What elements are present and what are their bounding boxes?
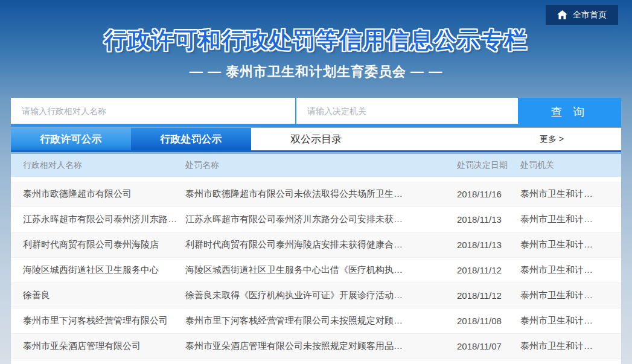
cell-date: 2018/11/07 [457,341,520,351]
tab-administrative-license[interactable]: 行政许可公示 [11,128,131,150]
tab-bar: 行政许可公示 行政处罚公示 双公示目录 更多 > [11,128,621,152]
cell-penalty[interactable]: 江苏永晖超市有限公司泰州济川东路分公司安排未获… [185,214,457,225]
table-row[interactable]: 泰州市亚朵酒店管理有限公司 泰州市亚朵酒店管理有限公司未按照规定对顾客用品… 2… [11,334,621,359]
cell-date: 2018/11/12 [457,265,520,275]
cell-date: 2018/11/13 [457,214,520,225]
page: 全市首页 行政许可和行政处罚等信用信息公示专栏 — — 泰州市卫生和计划生育委员… [0,0,632,364]
cell-party: 利群时代商贸有限公司泰州海陵店 [11,239,185,251]
cell-date: 2018/11/16 [457,189,520,199]
cell-penalty[interactable]: 泰州市欧德隆超市有限公司未依法取得公共场所卫生… [185,188,457,200]
page-title: 行政许可和行政处罚等信用信息公示专栏 [0,0,632,56]
city-home-label: 全市首页 [573,10,607,21]
cell-agency: 泰州市卫生和计… [520,239,621,251]
cell-party: 江苏永晖超市有限公司泰州济川东路… [11,214,185,225]
party-name-input[interactable] [11,98,296,124]
decision-agency-input[interactable] [296,98,518,124]
cell-agency: 泰州市卫生和计… [520,290,621,301]
cell-penalty[interactable]: 徐善良未取得《医疗机构执业许可证》开展诊疗活动… [185,290,457,301]
cell-agency: 泰州市卫生和计… [520,264,621,276]
cell-agency: 泰州市卫生和计… [520,340,621,352]
header-party-name: 行政相对人名称 [11,160,185,171]
cell-penalty[interactable]: 利群时代商贸有限公司泰州海陵店安排未获得健康合… [185,239,457,251]
cell-penalty[interactable]: 海陵区城西街道社区卫生服务中心出借《医疗机构执… [185,264,457,276]
cell-penalty[interactable]: 泰州市里下河客栈经营管理有限公司未按照规定对顾… [185,315,457,327]
tab-dual-publicity-catalog[interactable]: 双公示目录 [251,128,381,150]
cell-agency: 泰州市卫生和计… [520,188,621,200]
table-row[interactable]: 泰州市欧德隆超市有限公司 泰州市欧德隆超市有限公司未依法取得公共场所卫生… 20… [11,182,621,207]
table-row[interactable]: 利群时代商贸有限公司泰州海陵店 利群时代商贸有限公司泰州海陵店安排未获得健康合…… [11,232,621,258]
table-row[interactable]: 泰州市里下河客栈经营管理有限公司 泰州市里下河客栈经营管理有限公司未按照规定对顾… [11,308,621,334]
cell-agency: 泰州市卫生和计… [520,214,621,225]
table-row[interactable]: 海陵区城西街道社区卫生服务中心 海陵区城西街道社区卫生服务中心出借《医疗机构执…… [11,258,621,283]
search-bar: 查 询 [11,98,621,127]
header-penalty-date: 处罚决定日期 [457,160,520,171]
table-body: 泰州市欧德隆超市有限公司 泰州市欧德隆超市有限公司未依法取得公共场所卫生… 20… [11,182,621,359]
penalty-table: 行政相对人名称 处罚名称 处罚决定日期 处罚机关 泰州市欧德隆超市有限公司 泰州… [11,154,621,364]
cell-party: 泰州市里下河客栈经营管理有限公司 [11,315,185,327]
cell-date: 2018/11/08 [457,316,520,326]
cell-date: 2018/11/12 [457,290,520,301]
search-button[interactable]: 查 询 [518,98,621,127]
cell-penalty[interactable]: 泰州市亚朵酒店管理有限公司未按照规定对顾客用品… [185,340,457,352]
cell-agency: 泰州市卫生和计… [520,315,621,327]
header-penalty-agency: 处罚机关 [520,160,621,171]
table-header-row: 行政相对人名称 处罚名称 处罚决定日期 处罚机关 [11,154,621,177]
cell-party: 徐善良 [11,290,185,301]
home-icon [557,10,567,20]
city-home-button[interactable]: 全市首页 [546,5,618,25]
table-row[interactable]: 徐善良 徐善良未取得《医疗机构执业许可证》开展诊疗活动… 2018/11/12 … [11,283,621,308]
more-link[interactable]: 更多 > [540,128,621,150]
cell-party: 泰州市欧德隆超市有限公司 [11,188,185,200]
cell-party: 泰州市亚朵酒店管理有限公司 [11,340,185,352]
header-penalty-name: 处罚名称 [185,160,457,171]
cell-party: 海陵区城西街道社区卫生服务中心 [11,264,185,276]
tab-administrative-penalty[interactable]: 行政处罚公示 [131,128,251,150]
page-subtitle: — — 泰州市卫生和计划生育委员会 — — [0,63,632,81]
cell-date: 2018/11/13 [457,240,520,250]
table-row[interactable]: 江苏永晖超市有限公司泰州济川东路… 江苏永晖超市有限公司泰州济川东路分公司安排未… [11,207,621,232]
